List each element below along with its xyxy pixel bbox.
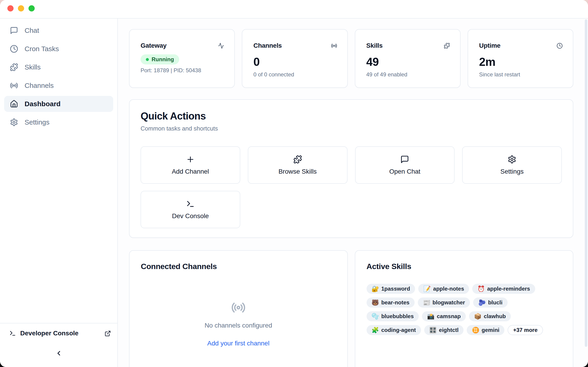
skill-chip[interactable]: 🫧 bluebubbles [367,311,419,321]
skill-label: coding-agent [381,327,416,333]
status-badge-label: Running [152,56,174,63]
terminal-icon [186,200,195,208]
quick-actions-card: Quick Actions Common tasks and shortcuts… [129,99,573,238]
stat-subtext: 49 of 49 enabled [366,71,450,78]
collapse-sidebar-button[interactable] [54,349,63,358]
skill-label: blucli [488,299,502,306]
skill-emoji-icon: 🐻 [372,300,379,306]
stat-value: 2m [479,55,563,69]
add-channel-button[interactable]: Add Channel [141,146,240,184]
sidebar-item-channels[interactable]: Channels [4,77,113,94]
more-skills-button[interactable]: +37 more [508,325,543,335]
skill-chip[interactable]: 🧩 coding-agent [367,325,421,335]
scrollbar[interactable] [585,19,587,347]
bottom-row: Connected Channels No channels configure… [129,250,573,367]
skill-chip[interactable]: 📦 clawhub [469,311,511,321]
stat-subtext: Port: 18789 | PID: 50438 [141,67,224,74]
skill-chip[interactable]: 🎛️ eightctl [424,325,464,335]
sidebar-item-label: Skills [25,63,41,71]
skill-chip[interactable]: 🔐 1password [367,284,415,294]
stat-subtext: 0 of 0 connected [253,71,337,78]
skill-chip[interactable]: 📝 apple-notes [418,284,469,294]
sidebar-item-cron-tasks[interactable]: Cron Tasks [4,41,113,57]
developer-console-label: Developer Console [20,330,100,337]
sidebar-item-skills[interactable]: Skills [4,59,113,75]
active-skills-title: Active Skills [367,262,562,271]
radio-icon [231,300,246,315]
skill-label: bluebubbles [381,313,414,319]
settings-icon [10,118,18,126]
stat-subtext: Since last restart [479,71,563,78]
stat-card-gateway: Gateway Running Port: 18789 | PID: 50438 [129,29,235,88]
radio-icon [331,43,337,49]
message-square-icon [10,26,18,35]
sidebar-item-settings[interactable]: Settings [4,114,113,130]
chevron-left-icon [55,350,62,357]
sidebar-item-chat[interactable]: Chat [4,23,113,39]
radio-icon [10,81,18,90]
dev-console-button[interactable]: Dev Console [141,191,240,228]
settings-button[interactable]: Settings [462,146,562,184]
stat-title: Channels [253,42,282,49]
app-window: Chat Cron Tasks Skills Channels Dashboar… [0,0,588,367]
sidebar-item-label: Chat [25,27,39,34]
skill-label: apple-notes [433,286,464,292]
quick-action-label: Settings [501,168,524,175]
quick-action-label: Add Channel [172,168,209,175]
skill-chips: 🔐 1password 📝 apple-notes ⏰ apple-remind… [367,284,562,335]
quick-action-label: Browse Skills [278,168,317,175]
sidebar-nav: Chat Cron Tasks Skills Channels Dashboar… [0,19,117,133]
sidebar-item-label: Cron Tasks [25,45,59,53]
skill-label: gemini [482,327,499,333]
skill-emoji-icon: 🔐 [372,286,379,292]
stats-row: Gateway Running Port: 18789 | PID: 50438… [129,29,573,88]
skill-emoji-icon: 🫧 [372,313,379,319]
skill-emoji-icon: 🫐 [478,300,485,306]
skill-emoji-icon: 🧩 [372,327,379,333]
quick-actions-subtitle: Common tasks and shortcuts [141,125,562,132]
stat-title: Uptime [479,42,501,49]
main-content: Gateway Running Port: 18789 | PID: 50438… [118,19,588,367]
zoom-button[interactable] [28,5,35,11]
browse-skills-button[interactable]: Browse Skills [248,146,347,184]
plus-icon [186,155,195,164]
skill-chip[interactable]: 🫐 blucli [473,298,507,308]
skill-chip[interactable]: ⏰ apple-reminders [472,284,535,294]
skill-emoji-icon: 📦 [474,313,481,319]
channels-empty-state: No channels configured Add your first ch… [141,271,336,347]
stat-title: Skills [366,42,383,49]
open-external-button[interactable] [104,330,111,336]
activity-icon [218,43,224,49]
skill-chip[interactable]: 🐻 bear-notes [367,298,415,308]
sidebar-item-label: Settings [25,118,49,126]
connected-channels-title: Connected Channels [141,262,336,271]
skill-label: blogwatcher [432,299,465,306]
external-link-icon [104,330,111,337]
skill-chip[interactable]: 📸 camsnap [422,311,466,321]
skill-chip[interactable]: 📰 blogwatcher [418,298,470,308]
puzzle-icon [444,43,450,49]
desktop: Chat Cron Tasks Skills Channels Dashboar… [0,0,588,367]
skill-emoji-icon: 📰 [423,300,430,306]
skill-emoji-icon: 🎛️ [429,327,437,333]
quick-actions-title: Quick Actions [141,110,562,122]
skill-chip[interactable]: ♊️ gemini [467,325,504,335]
empty-state-text: No channels configured [205,322,272,329]
window-controls [7,5,35,11]
add-first-channel-link[interactable]: Add your first channel [207,340,269,347]
stat-card-uptime: Uptime 2m Since last restart [468,29,573,88]
status-dot-icon [146,58,149,61]
status-badge: Running [141,54,179,65]
sidebar-item-dashboard[interactable]: Dashboard [4,96,113,112]
titlebar[interactable] [0,0,588,19]
stat-title: Gateway [141,42,166,49]
skill-emoji-icon: ⏰ [477,286,485,292]
sidebar-footer: Developer Console [0,323,117,367]
minimize-button[interactable] [18,5,24,11]
close-button[interactable] [7,5,14,11]
skill-emoji-icon: 📝 [423,286,431,292]
open-chat-button[interactable]: Open Chat [355,146,455,184]
skill-emoji-icon: ♊️ [472,327,479,333]
developer-console-row[interactable]: Developer Console [0,323,117,343]
skill-label: clawhub [484,313,506,319]
